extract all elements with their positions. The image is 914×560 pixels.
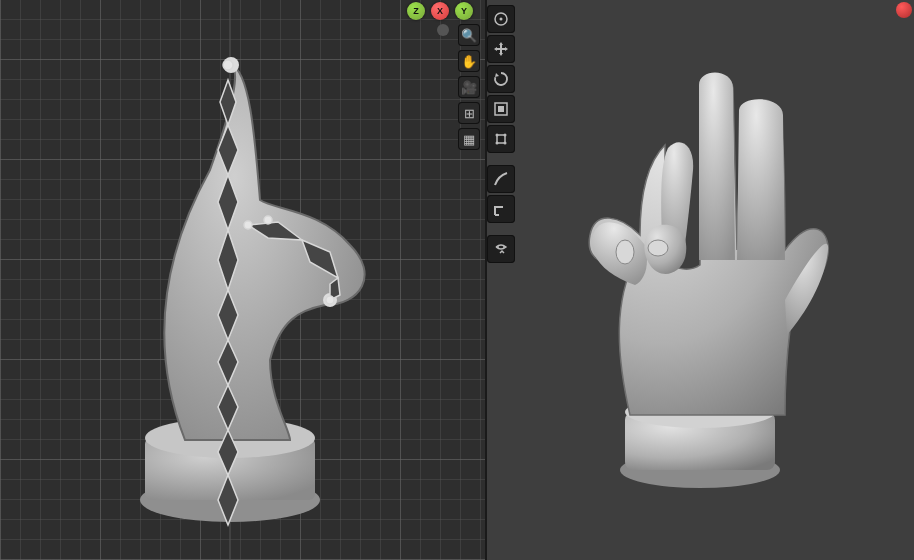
svg-point-29 [496, 134, 499, 137]
annotate-tool-icon[interactable] [487, 165, 515, 193]
svg-point-32 [504, 142, 507, 145]
svg-point-19 [326, 296, 334, 304]
svg-point-30 [504, 134, 507, 137]
grid-icon[interactable]: ▦ [458, 128, 480, 150]
axis-z-label: Z [413, 6, 419, 16]
svg-point-39 [616, 240, 634, 264]
svg-point-21 [264, 216, 272, 224]
svg-rect-28 [497, 135, 505, 143]
tool-shelf [487, 5, 515, 265]
axis-x[interactable]: X [431, 2, 449, 20]
svg-point-23 [500, 18, 503, 21]
svg-rect-27 [498, 106, 504, 112]
scale-tool-icon[interactable] [487, 95, 515, 123]
svg-rect-25 [497, 48, 505, 50]
move-tool-icon[interactable] [487, 35, 515, 63]
add-tool-icon[interactable] [487, 235, 515, 263]
close-icon[interactable] [896, 2, 912, 18]
pan-icon[interactable]: ✋ [458, 50, 480, 72]
left-hand-model [0, 0, 485, 560]
camera-icon[interactable]: 🎥 [458, 76, 480, 98]
axis-y-label: Y [461, 6, 467, 16]
svg-point-31 [496, 142, 499, 145]
svg-point-38 [648, 240, 668, 256]
app-root: Z X Y 🔍 ✋ 🎥 ⊞ ▦ [0, 0, 914, 560]
right-hand-model [485, 0, 914, 560]
axis-negative[interactable] [437, 24, 449, 36]
zoom-icon[interactable]: 🔍 [458, 24, 480, 46]
axis-z[interactable]: Z [407, 2, 425, 20]
axis-y[interactable]: Y [455, 2, 473, 20]
svg-point-33 [497, 246, 499, 248]
transform-tool-icon[interactable] [487, 125, 515, 153]
rotate-tool-icon[interactable] [487, 65, 515, 93]
cursor-tool-icon[interactable] [487, 5, 515, 33]
svg-point-20 [244, 221, 252, 229]
viewport-left[interactable]: Z X Y 🔍 ✋ 🎥 ⊞ ▦ [0, 0, 485, 560]
axis-x-label: X [437, 6, 443, 16]
svg-point-15 [223, 60, 233, 70]
svg-point-34 [503, 246, 505, 248]
measure-tool-icon[interactable] [487, 195, 515, 223]
viewport-nav-toolbar: 🔍 ✋ 🎥 ⊞ ▦ [458, 24, 480, 154]
viewport-right[interactable] [485, 0, 914, 560]
persp-icon[interactable]: ⊞ [458, 102, 480, 124]
